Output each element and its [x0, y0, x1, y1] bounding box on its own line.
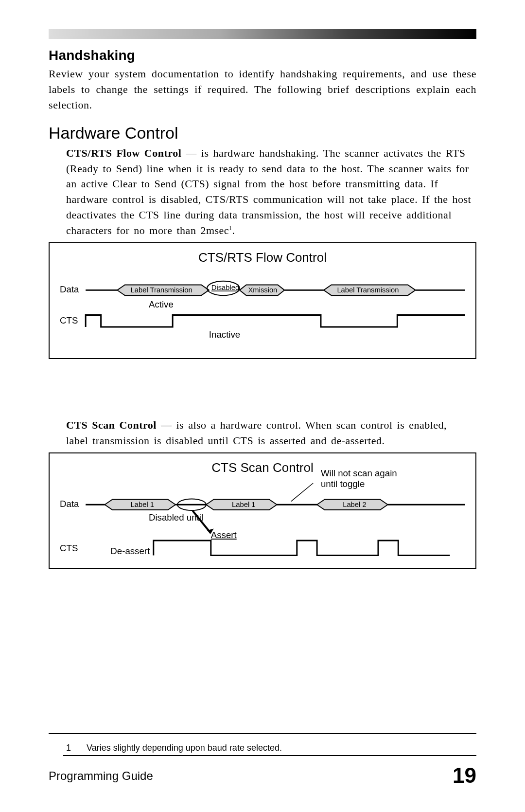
diagram1-inactive-label: Inactive [209, 329, 240, 340]
diagram-cts-rts-flow-control: CTS/RTS Flow Control Data Label Transmis… [49, 242, 476, 359]
footer-page-number: 19 [453, 763, 476, 788]
diagram1-xmission-label: Xmission [248, 286, 278, 294]
diagram2-note-line1: Will not scan again [321, 468, 397, 478]
diagram1-label-transmission-1: Label Transmission [131, 286, 192, 294]
diagram1-disabled-label: Disabled [211, 284, 239, 291]
svg-line-7 [291, 483, 313, 501]
footnote-row: 1Varies slightly depending upon baud rat… [63, 743, 476, 756]
section-heading: Handshaking [49, 48, 476, 63]
diagram-cts-scan-control: CTS Scan Control Will not scan again unt… [49, 452, 476, 569]
cts-rts-paragraph: CTS/RTS Flow Control — is hardware hands… [66, 145, 472, 238]
cts-scan-paragraph: CTS Scan Control — is also a hardware co… [66, 417, 472, 449]
diagram1-label-transmission-2: Label Transmission [337, 286, 399, 294]
header-gradient-bar [49, 29, 476, 39]
diagram2-label1a: Label 1 [131, 501, 154, 508]
diagram2-assert-label: Assert [211, 530, 237, 540]
diagram1-active-label: Active [149, 299, 174, 309]
diagram2-note-line2: until toggle [321, 479, 365, 489]
diagram1-svg: Data Label Transmission Disabled Xmissio… [50, 243, 475, 358]
cts-rts-text: is hardware handshaking. The scanner act… [66, 147, 471, 236]
footnote-text: Varies slightly depending upon baud rate… [87, 743, 282, 753]
cts-rts-title-bold: CTS/RTS Flow Control [66, 147, 181, 159]
diagram2-deassert-label: De-assert [110, 545, 150, 556]
subsection-heading: Hardware Control [49, 124, 476, 143]
diagram2-label2: Label 2 [343, 501, 366, 508]
intro-paragraph: Review your system documentation to iden… [49, 66, 476, 113]
footnote-number: 1 [63, 743, 87, 753]
diagram2-cts-label: CTS [60, 542, 78, 553]
cts-scan-dash: — [157, 419, 176, 431]
cts-rts-period: . [232, 224, 235, 236]
diagram2-svg: Will not scan again until toggle Data La… [50, 453, 475, 568]
footnote-rule-top [49, 733, 476, 734]
footer-doc-title: Programming Guide [49, 769, 153, 783]
cts-scan-title-bold: CTS Scan Control [66, 419, 157, 431]
diagram1-cts-label: CTS [60, 315, 78, 325]
diagram1-data-label: Data [60, 284, 79, 294]
diagram2-label1b: Label 1 [232, 501, 255, 508]
cts-rts-dash: — [181, 147, 201, 159]
diagram2-data-label: Data [60, 499, 79, 509]
